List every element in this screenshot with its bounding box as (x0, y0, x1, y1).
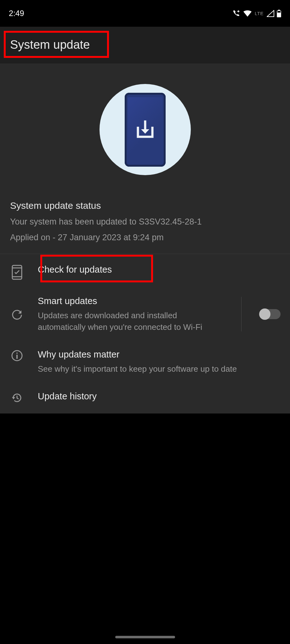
status-bar: 2:49 LTE (0, 0, 290, 27)
status-heading: System update status (10, 200, 280, 211)
page-title: System update (10, 38, 280, 52)
svg-point-7 (16, 353, 18, 354)
history-icon (9, 391, 25, 404)
svg-rect-2 (277, 13, 281, 17)
status-time: 2:49 (9, 9, 24, 18)
phone-check-icon (9, 265, 25, 280)
wifi-calling-icon (233, 10, 241, 17)
smart-updates-row[interactable]: Smart updates Updates are downloaded and… (0, 287, 290, 341)
content-area: System update status Your system has bee… (0, 64, 290, 414)
update-status-section: System update status Your system has bee… (0, 193, 290, 254)
row-divider (241, 297, 242, 332)
check-for-updates-label: Check for updates (38, 264, 281, 276)
check-for-updates-row[interactable]: Check for updates (0, 256, 290, 287)
smart-updates-toggle[interactable] (260, 309, 281, 319)
hero-circle (100, 84, 191, 175)
svg-rect-8 (16, 355, 18, 359)
smart-updates-desc: Updates are downloaded and installed aut… (38, 310, 227, 333)
update-history-row[interactable]: Update history (0, 383, 290, 412)
battery-icon (277, 10, 281, 17)
app-header: System update (0, 27, 290, 64)
update-history-label: Update history (38, 390, 281, 402)
status-applied-date: Applied on - 27 January 2023 at 9:24 pm (10, 233, 280, 242)
phone-graphic (125, 93, 166, 167)
why-updates-label: Why updates matter (38, 348, 281, 361)
hero-illustration (0, 64, 290, 193)
info-icon (9, 350, 25, 362)
settings-list: Check for updates Smart updates Updates … (0, 254, 290, 414)
cell-signal-icon (267, 10, 274, 17)
why-updates-desc: See why it's important to keep your soft… (38, 363, 281, 375)
download-icon (134, 119, 156, 141)
refresh-icon (9, 308, 25, 321)
why-updates-matter-row[interactable]: Why updates matter See why it's importan… (0, 341, 290, 383)
smart-updates-label: Smart updates (38, 295, 227, 307)
status-icons: LTE (233, 10, 281, 17)
wifi-icon (243, 10, 252, 17)
status-version: Your system has been updated to S3SV32.4… (10, 215, 280, 228)
gesture-nav-bar[interactable] (0, 636, 290, 638)
network-type-label: LTE (255, 11, 264, 16)
